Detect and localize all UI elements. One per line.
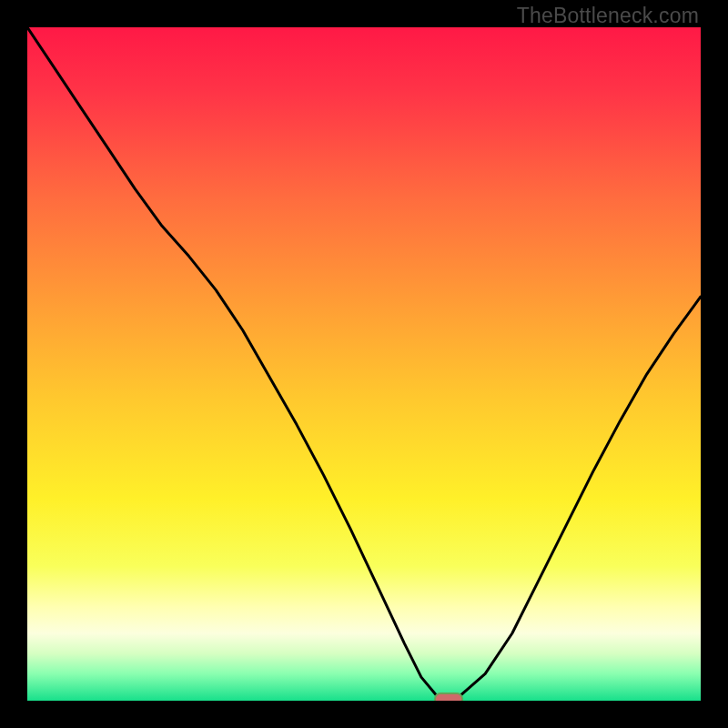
watermark-text: TheBottleneck.com xyxy=(517,4,699,28)
chart-frame: TheBottleneck.com xyxy=(0,0,728,728)
bottleneck-curve xyxy=(27,27,701,701)
plot-area xyxy=(27,27,701,701)
optimal-point-marker xyxy=(434,693,463,701)
